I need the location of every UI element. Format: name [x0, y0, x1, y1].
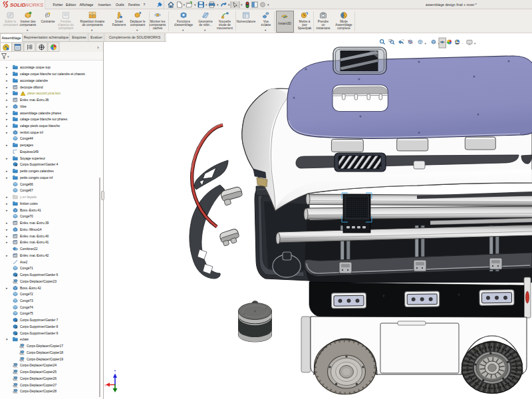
svg-text:▾: ▾ [194, 3, 196, 7]
svg-text:▾: ▾ [228, 3, 230, 7]
svg-text:▾: ▾ [217, 3, 219, 7]
svg-text:▾: ▾ [267, 3, 269, 7]
svg-text:!: ! [23, 92, 23, 96]
svg-text:▾: ▾ [205, 3, 207, 7]
svg-text:▾: ▾ [241, 3, 243, 7]
svg-text:›: › [97, 45, 99, 51]
svg-text:x: x [104, 383, 106, 387]
svg-text:▾: ▾ [184, 3, 186, 7]
svg-text:WORKS: WORKS [25, 2, 44, 8]
svg-text:SOLID: SOLID [10, 2, 26, 8]
